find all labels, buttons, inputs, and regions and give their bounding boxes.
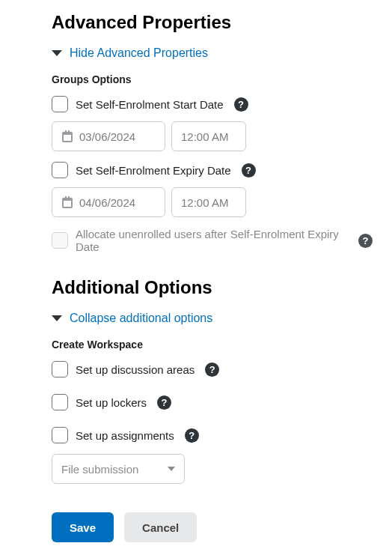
- allocate-unenrolled-checkbox: [52, 232, 68, 249]
- expiry-date-checkbox-label: Set Self-Enrolment Expiry Date: [76, 164, 231, 177]
- help-icon[interactable]: ?: [242, 163, 256, 178]
- start-date-input[interactable]: 03/06/2024: [52, 121, 165, 151]
- chevron-down-icon: [52, 315, 62, 321]
- chevron-down-icon: [168, 467, 175, 471]
- expiry-date-value: 04/06/2024: [79, 196, 135, 209]
- toggle-label: Collapse additional options: [70, 312, 212, 325]
- hide-advanced-properties-toggle[interactable]: Hide Advanced Properties: [52, 46, 373, 60]
- allocate-unenrolled-label: Allocate unenrolled users after Self-Enr…: [76, 228, 348, 253]
- start-time-value: 12:00 AM: [181, 130, 228, 143]
- collapse-additional-options-toggle[interactable]: Collapse additional options: [52, 312, 373, 325]
- start-time-input[interactable]: 12:00 AM: [171, 121, 246, 151]
- assignment-type-select[interactable]: File submission: [52, 454, 185, 484]
- discussion-areas-label: Set up discussion areas: [76, 363, 195, 376]
- calendar-icon: [61, 196, 73, 208]
- lockers-checkbox[interactable]: [52, 394, 68, 410]
- create-workspace-label: Create Workspace: [52, 339, 373, 351]
- help-icon[interactable]: ?: [157, 395, 171, 410]
- lockers-label: Set up lockers: [76, 396, 147, 409]
- help-icon[interactable]: ?: [358, 234, 373, 248]
- start-date-checkbox-label: Set Self-Enrolment Start Date: [76, 98, 224, 111]
- start-date-value: 03/06/2024: [79, 130, 135, 143]
- expiry-date-input[interactable]: 04/06/2024: [52, 187, 165, 217]
- groups-options-label: Groups Options: [52, 73, 373, 85]
- cancel-button[interactable]: Cancel: [124, 512, 197, 542]
- additional-options-heading: Additional Options: [52, 277, 373, 298]
- expiry-time-value: 12:00 AM: [181, 196, 228, 209]
- chevron-down-icon: [52, 50, 62, 56]
- start-date-checkbox[interactable]: [52, 96, 68, 112]
- assignments-label: Set up assignments: [76, 429, 174, 442]
- advanced-properties-heading: Advanced Properties: [52, 12, 373, 33]
- help-icon[interactable]: ?: [234, 97, 248, 112]
- toggle-label: Hide Advanced Properties: [70, 46, 208, 60]
- assignments-checkbox[interactable]: [52, 427, 68, 443]
- assignment-type-value: File submission: [61, 463, 138, 476]
- help-icon[interactable]: ?: [205, 363, 219, 377]
- help-icon[interactable]: ?: [185, 428, 199, 443]
- expiry-time-input[interactable]: 12:00 AM: [171, 187, 246, 217]
- calendar-icon: [61, 130, 73, 142]
- discussion-areas-checkbox[interactable]: [52, 361, 68, 377]
- save-button[interactable]: Save: [52, 512, 114, 542]
- expiry-date-checkbox[interactable]: [52, 162, 68, 178]
